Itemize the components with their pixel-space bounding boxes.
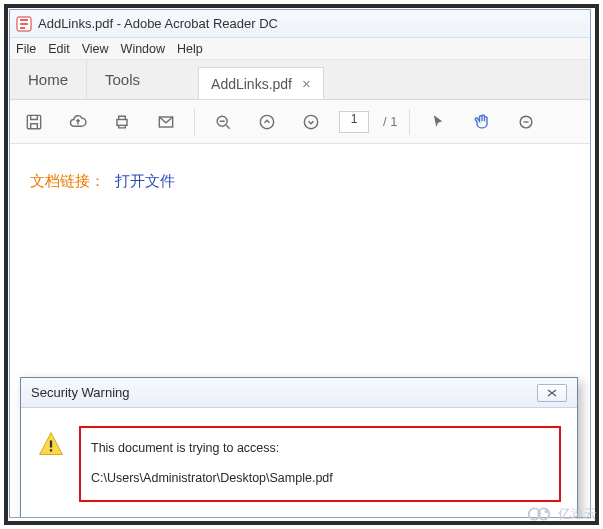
svg-point-12 xyxy=(545,509,549,513)
toolbar-divider xyxy=(409,109,410,135)
tab-tools[interactable]: Tools xyxy=(86,59,158,99)
dialog-titlebar: Security Warning xyxy=(21,378,577,408)
document-tab[interactable]: AddLinks.pdf × xyxy=(198,67,324,99)
access-path: C:\Users\Administrator\Desktop\Sample.pd… xyxy=(91,468,549,488)
menu-window[interactable]: Window xyxy=(121,42,165,56)
page-down-icon[interactable] xyxy=(295,106,327,138)
pdf-app-icon xyxy=(16,16,32,32)
main-toolbar: 1 / 1 xyxy=(10,100,590,144)
open-file-link[interactable]: 打开文件 xyxy=(115,172,175,189)
svg-rect-1 xyxy=(27,115,40,128)
window-title: AddLinks.pdf - Adobe Acrobat Reader DC xyxy=(38,16,278,31)
print-icon[interactable] xyxy=(106,106,138,138)
document-tab-label: AddLinks.pdf xyxy=(211,76,292,92)
watermark: 亿速云 xyxy=(526,505,597,523)
svg-rect-2 xyxy=(117,119,127,125)
menu-file[interactable]: File xyxy=(16,42,36,56)
svg-point-5 xyxy=(260,115,273,128)
cloud-upload-icon[interactable] xyxy=(62,106,94,138)
save-icon[interactable] xyxy=(18,106,50,138)
menu-bar: File Edit View Window Help xyxy=(10,38,590,60)
dialog-message: This document is trying to access: C:\Us… xyxy=(79,426,561,518)
zoom-select-icon[interactable] xyxy=(510,106,542,138)
document-view: 文档链接： 打开文件 Security Warning This docum xyxy=(10,144,590,517)
svg-rect-9 xyxy=(50,449,52,451)
watermark-text: 亿速云 xyxy=(558,505,597,523)
toolbar-divider xyxy=(194,109,195,135)
menu-view[interactable]: View xyxy=(82,42,109,56)
menu-help[interactable]: Help xyxy=(177,42,203,56)
page-number-input[interactable]: 1 xyxy=(339,111,369,133)
pointer-tool-icon[interactable] xyxy=(422,106,454,138)
page-total-label: / 1 xyxy=(383,114,397,129)
menu-edit[interactable]: Edit xyxy=(48,42,70,56)
page-up-icon[interactable] xyxy=(251,106,283,138)
dialog-close-icon[interactable] xyxy=(537,384,567,402)
close-tab-icon[interactable]: × xyxy=(302,75,311,92)
dialog-title: Security Warning xyxy=(31,385,130,400)
zoom-out-icon[interactable] xyxy=(207,106,239,138)
svg-rect-8 xyxy=(50,441,52,448)
trust-instruction: If you trust this document, choose Allow… xyxy=(79,512,561,518)
window-titlebar: AddLinks.pdf - Adobe Acrobat Reader DC xyxy=(10,10,590,38)
security-warning-dialog: Security Warning This document is trying… xyxy=(20,377,578,518)
warning-icon xyxy=(37,430,65,458)
tab-home[interactable]: Home xyxy=(10,59,86,99)
document-link-label: 文档链接： xyxy=(30,172,105,189)
acrobat-window: AddLinks.pdf - Adobe Acrobat Reader DC F… xyxy=(9,9,591,518)
app-tab-bar: Home Tools AddLinks.pdf × xyxy=(10,60,590,100)
hand-tool-icon[interactable] xyxy=(466,106,498,138)
highlighted-access-box: This document is trying to access: C:\Us… xyxy=(79,426,561,502)
mail-icon[interactable] xyxy=(150,106,182,138)
svg-point-6 xyxy=(304,115,317,128)
access-intro: This document is trying to access: xyxy=(91,438,549,458)
